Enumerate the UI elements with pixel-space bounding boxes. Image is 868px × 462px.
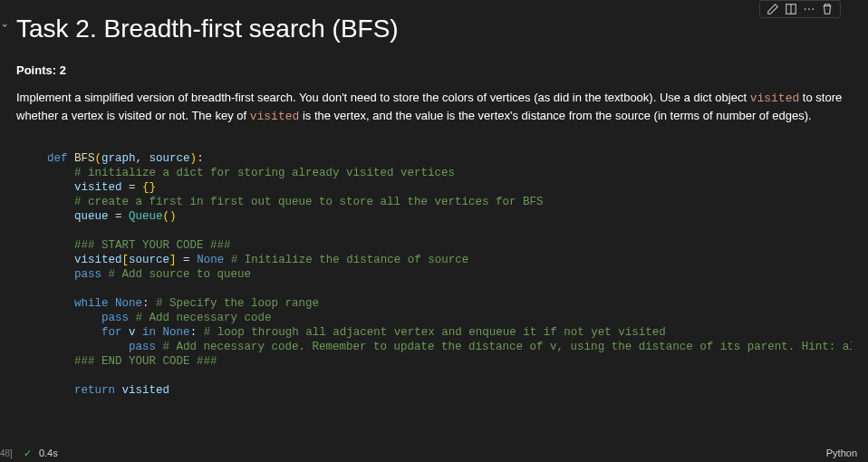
split-icon[interactable] <box>782 2 800 16</box>
check-icon: ✓ <box>24 448 32 459</box>
collapse-chevron-icon[interactable]: › <box>0 24 11 27</box>
description-text: Implement a simplified version of breadt… <box>16 90 852 126</box>
inline-code: visited <box>750 91 800 105</box>
more-icon[interactable] <box>800 2 818 16</box>
execution-count: 48] <box>0 448 13 458</box>
language-label[interactable]: Python <box>826 448 857 458</box>
code-cell[interactable]: def BFS(graph, source): # initialize a d… <box>16 142 852 407</box>
inline-code: visited <box>250 110 300 123</box>
trash-icon[interactable] <box>818 2 836 16</box>
cell-title: Task 2. Breadth-first search (BFS) <box>16 14 852 43</box>
svg-point-2 <box>805 8 806 10</box>
cell-status-bar: 48] ✓ 0.4s Python <box>0 444 868 462</box>
markdown-cell: Task 2. Breadth-first search (BFS) Point… <box>0 0 868 407</box>
points-label: Points: 2 <box>16 63 852 77</box>
code-editor[interactable]: def BFS(graph, source): # initialize a d… <box>18 142 852 407</box>
svg-point-3 <box>808 8 810 10</box>
cell-toolbar <box>759 0 841 18</box>
execution-time: 0.4s <box>39 448 58 458</box>
edit-icon[interactable] <box>764 2 782 16</box>
svg-point-4 <box>813 8 815 10</box>
